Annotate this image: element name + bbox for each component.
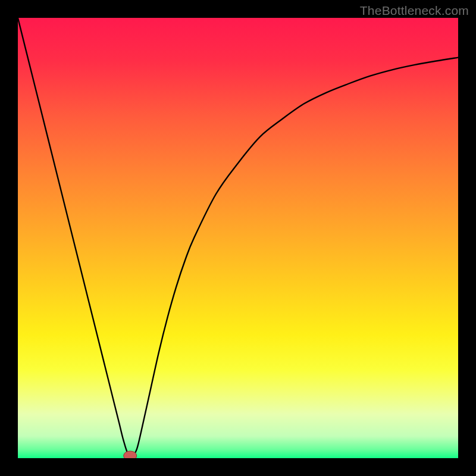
chart-frame: TheBottleneck.com bbox=[0, 0, 476, 476]
chart-svg bbox=[18, 18, 458, 458]
minimum-marker-icon bbox=[124, 451, 137, 458]
plot-area bbox=[18, 18, 458, 458]
watermark-label: TheBottleneck.com bbox=[360, 4, 469, 18]
gradient-background bbox=[18, 18, 458, 458]
